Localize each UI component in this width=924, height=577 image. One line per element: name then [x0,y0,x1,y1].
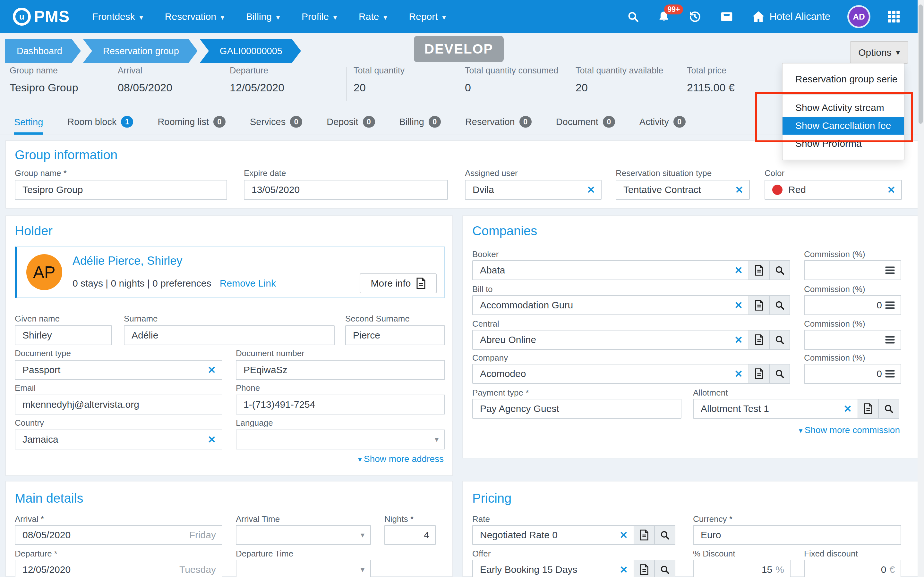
email-input[interactable]: mkennedyhj@altervista.org [15,395,222,414]
menu-item-reservation-group-serie[interactable]: Reservation group serie [782,68,904,90]
options-button[interactable]: Options [850,41,908,64]
central-commission-input[interactable] [804,330,901,350]
tab-room-block[interactable]: Room block 1 [67,116,133,135]
country-input[interactable]: Jamaica [15,430,222,450]
clear-icon[interactable] [620,530,628,540]
departure-time-select[interactable] [236,560,371,577]
tab-setting[interactable]: Setting [14,117,43,135]
company-search-button[interactable] [769,364,790,384]
discount-pct-input[interactable]: 15 % [693,560,790,577]
menu-reservation[interactable]: Reservation [165,11,224,22]
nights-input[interactable]: 4 [384,525,436,545]
hamburger-menu-icon[interactable] [885,335,895,344]
clear-icon[interactable] [734,335,743,345]
clear-icon[interactable] [208,435,216,445]
allotment-search-button[interactable] [878,399,899,419]
search-icon[interactable] [627,11,639,23]
bill-to-commission-input[interactable]: 0 [804,295,901,315]
tab-activity[interactable]: Activity 0 [640,116,686,135]
offer-search-button[interactable] [654,560,675,577]
menu-report[interactable]: Report [409,11,446,22]
clear-icon[interactable] [734,266,743,276]
inbox-icon[interactable] [720,11,733,23]
clear-icon[interactable] [843,404,852,414]
assigned-user-input[interactable]: Dvila [465,180,602,200]
rate-input[interactable]: Negotiated Rate 0 [472,525,634,545]
menu-rate[interactable]: Rate [359,11,387,22]
company-profile-button[interactable] [748,364,770,384]
central-profile-button[interactable] [748,330,770,350]
surname-input[interactable]: Adélie [124,326,334,345]
offer-document-button[interactable] [634,560,655,577]
company-input[interactable]: Acomodeo [472,364,749,384]
given-name-input[interactable]: Shirley [15,326,112,345]
booker-search-button[interactable] [769,260,790,280]
arrival-date-input[interactable]: 08/05/2020 Friday [15,525,222,545]
central-input[interactable]: Abreu Online [472,330,749,350]
central-search-button[interactable] [769,330,790,350]
breadcrumb-dashboard[interactable]: Dashboard [5,39,81,63]
notifications-bell-icon[interactable]: 99+ [658,10,670,23]
document-number-input[interactable]: PEqiwaSz [236,360,445,380]
remove-link[interactable]: Remove Link [220,278,276,288]
apps-grid-icon[interactable] [887,10,900,23]
departure-date-input[interactable]: 12/05/2020 Tuesday [15,560,222,577]
rate-search-button[interactable] [654,525,675,545]
situation-type-input[interactable]: Tentative Contract [615,180,750,200]
holder-name-link[interactable]: Adélie Pierce, Shirley [73,254,182,268]
show-more-address-link[interactable]: Show more address [358,454,444,464]
menu-item-show-proforma[interactable]: Show Proforma [782,135,904,153]
rate-document-button[interactable] [634,525,655,545]
booker-commission-input[interactable] [804,260,901,280]
bill-to-profile-button[interactable] [748,295,770,315]
tab-services[interactable]: Services 0 [250,116,302,135]
menu-item-show-cancellation-fee[interactable]: Show Cancellation fee [782,117,904,135]
clear-icon[interactable] [735,185,743,195]
bill-to-search-button[interactable] [769,295,790,315]
company-commission-input[interactable]: 0 [804,364,901,384]
tab-rooming-list[interactable]: Rooming list 0 [158,116,226,135]
hamburger-menu-icon[interactable] [885,301,895,309]
group-name-input[interactable]: Tesipro Group [15,180,227,200]
clear-icon[interactable] [620,565,628,575]
expire-date-input[interactable]: 13/05/2020 [244,180,448,200]
breadcrumb-current-id[interactable]: GALI00000005 [200,39,301,63]
clear-icon[interactable] [208,365,216,375]
booker-profile-button[interactable] [748,260,770,280]
clear-icon[interactable] [587,185,595,195]
user-avatar[interactable]: AD [849,7,869,27]
current-hotel[interactable]: Hotel Alicante [752,11,830,23]
tab-deposit[interactable]: Deposit 0 [326,116,375,135]
page-scrollbar[interactable] [918,0,924,577]
scrollbar-thumb[interactable] [919,5,923,124]
menu-frontdesk[interactable]: Frontdesk [92,11,143,22]
tab-reservation[interactable]: Reservation 0 [465,116,531,135]
fixed-discount-input[interactable]: 0 € [804,560,901,577]
tab-billing[interactable]: Billing 0 [399,116,441,135]
breadcrumb-reservation-group[interactable]: Reservation group [83,39,198,63]
allotment-input[interactable]: Allotment Test 1 [693,399,858,419]
show-more-commission-link[interactable]: Show more commission [799,425,900,435]
menu-billing[interactable]: Billing [246,11,280,22]
clear-icon[interactable] [734,300,743,310]
bill-to-input[interactable]: Accommodation Guru [472,295,749,315]
second-surname-input[interactable]: Pierce [345,326,445,345]
hamburger-menu-icon[interactable] [885,370,895,378]
tab-document[interactable]: Document 0 [556,116,615,135]
history-icon[interactable] [688,10,701,23]
phone-input[interactable]: 1-(713)491-7254 [236,395,445,414]
clear-icon[interactable] [734,369,743,379]
allotment-document-button[interactable] [858,399,879,419]
offer-input[interactable]: Early Booking 15 Days [472,560,634,577]
language-select[interactable] [236,430,445,450]
document-type-input[interactable]: Passport [15,360,222,380]
booker-input[interactable]: Abata [472,260,749,280]
currency-input[interactable]: Euro [693,525,901,545]
menu-item-show-activity-stream[interactable]: Show Activity stream [782,99,904,117]
clear-icon[interactable] [887,185,895,195]
menu-profile[interactable]: Profile [302,11,337,22]
app-logo[interactable]: u PMS [13,7,69,26]
payment-type-input[interactable]: Pay Agency Guest [472,399,682,419]
more-info-button[interactable]: More info [360,274,437,293]
hamburger-menu-icon[interactable] [885,266,895,274]
